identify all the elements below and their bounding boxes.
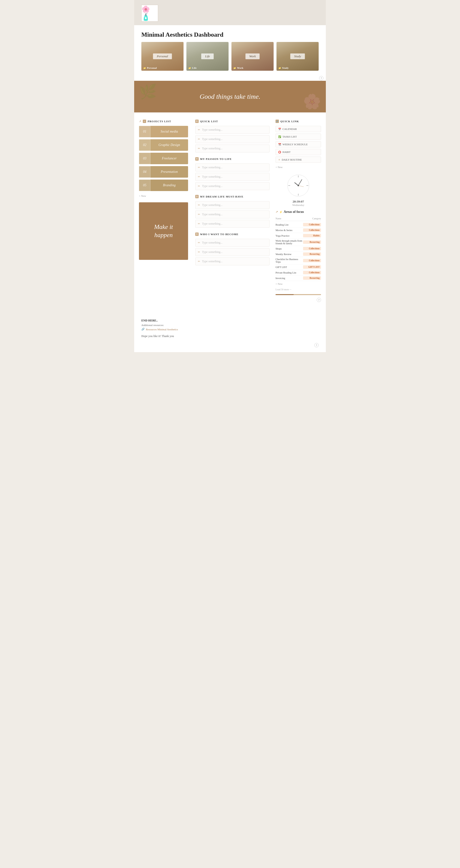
dream-item-1[interactable]: ✏ Type something...: [195, 201, 269, 209]
load-more-button[interactable]: Load 50 more ···: [275, 287, 321, 292]
passion-item-2[interactable]: ✏ Type something...: [195, 173, 269, 181]
area-row-7[interactable]: Checklist for Business Trips Collections: [275, 257, 321, 265]
dream-life-section: ☰ MY DREAM LIFE MUST-HAVE ✏ Type somethi…: [195, 195, 269, 228]
quick-links-new-button[interactable]: + New: [275, 164, 321, 170]
project-name-4: Presentation: [151, 170, 188, 174]
clock-section: 20:39:07 Wednesday: [275, 170, 321, 210]
quick-link-daily[interactable]: ☀ DAILY ROUTINE: [275, 157, 321, 163]
resources-link[interactable]: 🔗 Resources Minimal Aesthetics: [141, 328, 319, 331]
card-personal[interactable]: Personal 📁 Personal: [141, 42, 184, 71]
dream-life-header: ☰ MY DREAM LIFE MUST-HAVE: [195, 195, 269, 198]
area-row-2[interactable]: Movies & Series Collections: [275, 227, 321, 233]
pencil-icon-2: ✏: [198, 137, 200, 141]
pencil-icon-w1: ✏: [198, 241, 200, 244]
end-here-label: END HERE..: [141, 319, 319, 322]
quick-link-weekly[interactable]: 📆 WEEKLY SCHEDULE: [275, 141, 321, 148]
who-item-1[interactable]: ✏ Type something...: [195, 239, 269, 247]
quick-link-habit[interactable]: ⭕ HABIT: [275, 149, 321, 155]
resources-label: Additional resources:: [141, 323, 319, 327]
card-work-label: Work: [245, 54, 260, 59]
project-num-1: 01: [139, 126, 151, 137]
area-row-3[interactable]: Yoga Practice Habits: [275, 233, 321, 239]
area-row-4[interactable]: Work through emails from friends & famil…: [275, 239, 321, 246]
who-i-want-header: ☰ WHO I WANT TO BECOME: [195, 232, 269, 236]
dream-item-2[interactable]: ✏ Type something...: [195, 211, 269, 218]
pencil-icon-p3: ✏: [198, 185, 200, 188]
area-cat-10: Recurring: [303, 276, 321, 280]
tasks-icon: ✅: [278, 135, 281, 138]
project-name-5: Branding: [151, 183, 188, 187]
dream-life-icon: ☰: [195, 195, 199, 198]
help-button[interactable]: ?: [319, 76, 323, 80]
quick-link-tasks[interactable]: ✅ TASKS LIST: [275, 133, 321, 140]
pencil-icon-d2: ✏: [198, 213, 200, 216]
area-cat-9: Collections: [303, 271, 321, 274]
svg-line-7: [298, 186, 303, 187]
help-button-footer[interactable]: ?: [314, 343, 319, 347]
project-item-4[interactable]: 04 Presentation: [139, 166, 188, 178]
project-item-2[interactable]: 02 Graphic Design: [139, 139, 188, 151]
projects-new-button[interactable]: + New: [139, 193, 188, 199]
area-cat-1: Collections: [303, 223, 321, 226]
passion-item-1[interactable]: ✏ Type something...: [195, 163, 269, 172]
quick-list-icon: ☰: [195, 120, 199, 123]
scroll-bar: [275, 294, 321, 295]
area-row-8[interactable]: GIFT LIST GIFT LIST: [275, 265, 321, 270]
who-i-want-section: ☰ WHO I WANT TO BECOME ✏ Type something.…: [195, 232, 269, 266]
passion-item-3[interactable]: ✏ Type something...: [195, 182, 269, 190]
middle-column: ☰ QUICK LIST ✏ Type something... ✏ Type …: [192, 120, 273, 270]
card-study[interactable]: Study 📁 Study: [276, 42, 319, 71]
passion-icon: ☰: [195, 157, 199, 161]
area-row-5[interactable]: Shops Collections: [275, 246, 321, 251]
areas-table-header: Name Category: [275, 216, 321, 221]
project-item-1[interactable]: 01 Social media: [139, 126, 188, 137]
who-item-3[interactable]: ✏ Type something...: [195, 257, 269, 266]
project-num-3: 03: [139, 153, 151, 164]
area-cat-5: Collections: [303, 247, 321, 250]
area-cat-2: Collections: [303, 228, 321, 232]
card-work-footer: 📁 Work: [233, 67, 243, 69]
quick-list-item-1[interactable]: ✏ Type something...: [195, 126, 269, 134]
project-num-5: 05: [139, 180, 151, 191]
area-cat-3: Habits: [303, 234, 321, 237]
quick-list-item-3[interactable]: ✏ Type something...: [195, 145, 269, 152]
dream-item-3[interactable]: ✏ Type something...: [195, 220, 269, 228]
calendar-icon: 📅: [278, 128, 281, 130]
daily-icon: ☀: [278, 158, 280, 161]
right-help-area: ?: [275, 298, 321, 302]
clock-face: [286, 174, 310, 197]
areas-new-button[interactable]: + New: [275, 281, 321, 287]
dashboard-title: Minimal Aesthetics Dashboard: [134, 25, 326, 42]
area-row-9[interactable]: Private Reading List Collections: [275, 270, 321, 275]
passion-header: ☰ MY PASSION TO LIFE: [195, 157, 269, 161]
quick-links-header: 🔗 QUICK LINK: [275, 120, 321, 123]
area-row-1[interactable]: Reading List Collections: [275, 222, 321, 227]
who-i-want-icon: ☰: [195, 232, 199, 236]
left-column: ↗ ≡ PROJECTS LIST 01 Social media 02 Gra…: [139, 120, 192, 260]
quick-list-item-2[interactable]: ✏ Type something...: [195, 135, 269, 143]
category-cards: Personal 📁 Personal Life 📁 Life Work 📁: [134, 42, 326, 75]
pencil-icon-d1: ✏: [198, 204, 200, 207]
who-item-2[interactable]: ✏ Type something...: [195, 248, 269, 256]
clock-day: Wednesday: [275, 204, 321, 207]
clock-time: 20:39:07: [275, 200, 321, 204]
area-row-6[interactable]: Weekly Review Recurring: [275, 251, 321, 257]
area-row-10[interactable]: Invoicing Recurring: [275, 275, 321, 281]
pencil-icon-p1: ✏: [198, 166, 200, 169]
project-name-3: Freelancer: [151, 157, 188, 160]
help-button-right[interactable]: ?: [317, 298, 321, 302]
quick-list-section: ☰ QUICK LIST ✏ Type something... ✏ Type …: [195, 120, 269, 152]
card-work[interactable]: Work 📁 Work: [231, 42, 273, 71]
project-item-5[interactable]: 05 Branding: [139, 180, 188, 191]
project-num-4: 04: [139, 166, 151, 178]
projects-icon: ≡: [143, 120, 146, 123]
quick-list-header: ☰ QUICK LIST: [195, 120, 269, 123]
card-life[interactable]: Life 📁 Life: [187, 42, 229, 71]
project-item-3[interactable]: 03 Freelancer: [139, 153, 188, 164]
quick-links-icon: 🔗: [275, 120, 279, 123]
quote-text: Good things take time.: [141, 93, 319, 100]
card-study-footer: 📁 Study: [278, 67, 289, 69]
quick-link-calendar[interactable]: 📅 CALENDAR: [275, 126, 321, 132]
main-content: Minimal Aesthetics Dashboard Personal 📁 …: [134, 25, 326, 352]
card-life-label: Life: [201, 54, 214, 59]
